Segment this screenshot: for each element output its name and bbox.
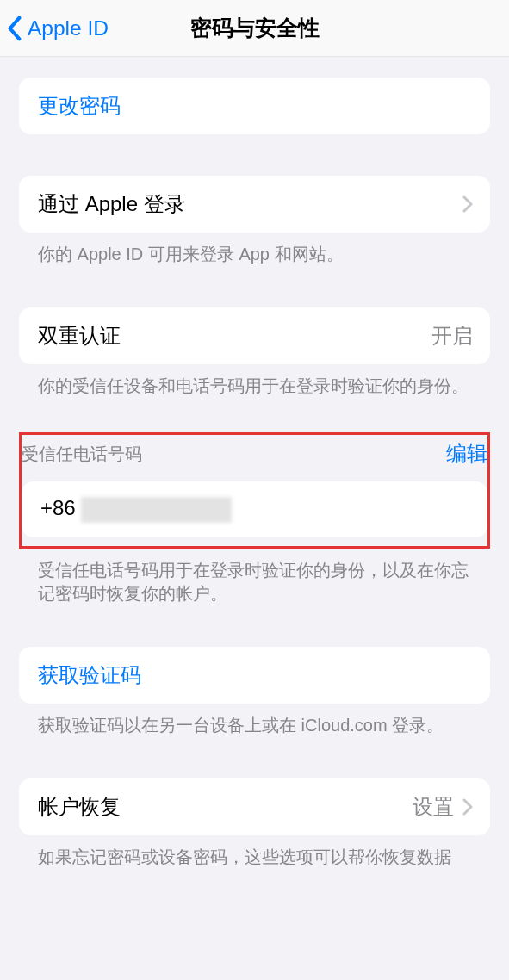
two-factor-value: 开启: [431, 322, 473, 350]
account-recovery-row[interactable]: 帐户恢复 设置: [19, 778, 490, 835]
redacted-phone-digits: [81, 497, 232, 523]
chevron-right-icon: [462, 195, 473, 213]
trusted-phone-highlight: 受信任电话号码 编辑 +86: [19, 432, 490, 549]
edit-button[interactable]: 编辑: [446, 440, 487, 468]
account-recovery-label: 帐户恢复: [38, 793, 121, 821]
account-recovery-footer: 如果忘记密码或设备密码，这些选项可以帮你恢复数据: [0, 835, 509, 869]
back-label: Apple ID: [28, 16, 109, 40]
two-factor-label: 双重认证: [38, 322, 121, 350]
trusted-phone-header: 受信任电话号码: [22, 443, 142, 466]
two-factor-row[interactable]: 双重认证 开启: [19, 307, 490, 364]
sign-in-with-apple-label: 通过 Apple 登录: [38, 190, 185, 218]
get-verification-code-label: 获取验证码: [38, 661, 141, 689]
get-verification-code-row[interactable]: 获取验证码: [19, 647, 490, 704]
change-password-label: 更改密码: [38, 92, 121, 120]
two-factor-footer: 你的受信任设备和电话号码用于在登录时验证你的身份。: [0, 364, 509, 398]
navigation-bar: Apple ID 密码与安全性: [0, 0, 509, 57]
get-code-footer: 获取验证码以在另一台设备上或在 iCloud.com 登录。: [0, 704, 509, 737]
trusted-phone-row[interactable]: +86: [22, 481, 487, 537]
chevron-right-icon: [462, 798, 473, 816]
back-button[interactable]: Apple ID: [7, 16, 109, 41]
trusted-phone-footer: 受信任电话号码用于在登录时验证你的身份，以及在你忘记密码时恢复你的帐户。: [0, 549, 509, 605]
sign-in-with-apple-row[interactable]: 通过 Apple 登录: [19, 176, 490, 233]
change-password-row[interactable]: 更改密码: [19, 78, 490, 134]
sign-in-with-apple-footer: 你的 Apple ID 可用来登录 App 和网站。: [0, 233, 509, 266]
trusted-phone-number: +86: [40, 496, 232, 523]
chevron-left-icon: [7, 16, 22, 41]
account-recovery-value: 设置: [413, 793, 454, 821]
